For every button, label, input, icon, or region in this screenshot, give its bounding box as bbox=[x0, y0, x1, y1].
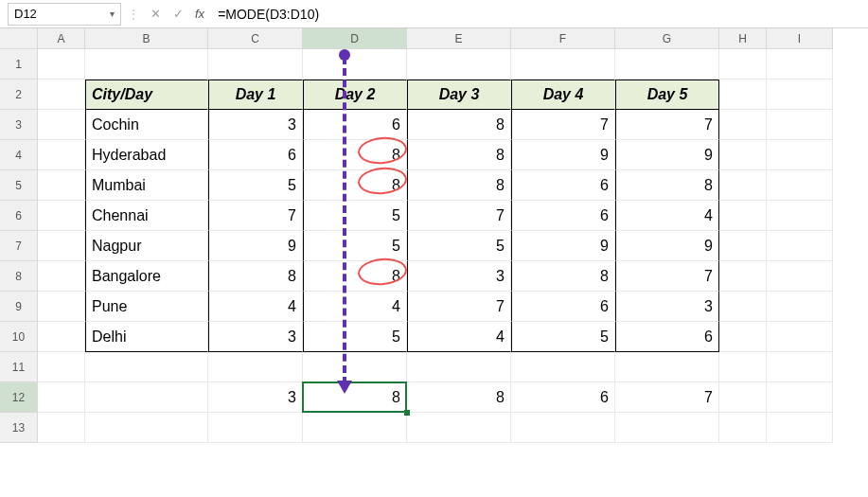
cell-A6[interactable] bbox=[38, 201, 85, 231]
cell-I5[interactable] bbox=[767, 170, 833, 201]
cell-G11[interactable] bbox=[615, 352, 719, 382]
cell-C13[interactable] bbox=[208, 413, 303, 443]
cell-H13[interactable] bbox=[719, 413, 767, 443]
cell-B5[interactable]: Mumbai bbox=[85, 170, 208, 201]
cell-F5[interactable]: 6 bbox=[511, 170, 615, 201]
cell-G5[interactable]: 8 bbox=[615, 170, 719, 201]
cell-H1[interactable] bbox=[719, 49, 767, 80]
cell-F10[interactable]: 5 bbox=[511, 322, 615, 352]
cell-A4[interactable] bbox=[38, 140, 85, 170]
cell-C3[interactable]: 3 bbox=[208, 110, 303, 140]
cell-I12[interactable] bbox=[767, 382, 833, 413]
cell-E8[interactable]: 3 bbox=[407, 261, 511, 292]
cell-C2[interactable]: Day 1 bbox=[208, 80, 303, 110]
cell-C5[interactable]: 5 bbox=[208, 170, 303, 201]
cell-C1[interactable] bbox=[208, 49, 303, 80]
cell-H10[interactable] bbox=[719, 322, 767, 352]
row-header-8[interactable]: 8 bbox=[0, 261, 38, 292]
col-header-H[interactable]: H bbox=[719, 28, 767, 49]
cell-C10[interactable]: 3 bbox=[208, 322, 303, 352]
cell-D8[interactable]: 8 bbox=[303, 261, 407, 292]
cell-H3[interactable] bbox=[719, 110, 767, 140]
cancel-icon[interactable]: ✕ bbox=[146, 5, 165, 24]
cell-I9[interactable] bbox=[767, 292, 833, 322]
cell-A3[interactable] bbox=[38, 110, 85, 140]
cell-B9[interactable]: Pune bbox=[85, 292, 208, 322]
col-header-F[interactable]: F bbox=[511, 28, 615, 49]
cell-I1[interactable] bbox=[767, 49, 833, 80]
cell-I11[interactable] bbox=[767, 352, 833, 382]
cell-E6[interactable]: 7 bbox=[407, 201, 511, 231]
cell-E7[interactable]: 5 bbox=[407, 231, 511, 261]
cell-A9[interactable] bbox=[38, 292, 85, 322]
cell-B13[interactable] bbox=[85, 413, 208, 443]
cell-E11[interactable] bbox=[407, 352, 511, 382]
cell-E4[interactable]: 8 bbox=[407, 140, 511, 170]
row-header-13[interactable]: 13 bbox=[0, 413, 38, 443]
col-header-C[interactable]: C bbox=[208, 28, 303, 49]
cell-F7[interactable]: 9 bbox=[511, 231, 615, 261]
col-header-E[interactable]: E bbox=[407, 28, 511, 49]
col-header-B[interactable]: B bbox=[85, 28, 208, 49]
row-header-10[interactable]: 10 bbox=[0, 322, 38, 352]
cell-B12[interactable] bbox=[85, 382, 208, 413]
row-header-12[interactable]: 12 bbox=[0, 382, 38, 413]
cell-I10[interactable] bbox=[767, 322, 833, 352]
cell-G2[interactable]: Day 5 bbox=[615, 80, 719, 110]
cell-E12[interactable]: 8 bbox=[407, 382, 511, 413]
cell-A8[interactable] bbox=[38, 261, 85, 292]
name-box[interactable]: D12 ▾ bbox=[8, 3, 121, 26]
cell-B8[interactable]: Bangalore bbox=[85, 261, 208, 292]
cell-D7[interactable]: 5 bbox=[303, 231, 407, 261]
cell-D10[interactable]: 5 bbox=[303, 322, 407, 352]
col-header-D[interactable]: D bbox=[303, 28, 407, 49]
row-header-11[interactable]: 11 bbox=[0, 352, 38, 382]
cell-A11[interactable] bbox=[38, 352, 85, 382]
fx-icon[interactable]: fx bbox=[191, 7, 208, 21]
cell-H8[interactable] bbox=[719, 261, 767, 292]
accept-icon[interactable]: ✓ bbox=[168, 5, 187, 24]
cell-G1[interactable] bbox=[615, 49, 719, 80]
cell-G7[interactable]: 9 bbox=[615, 231, 719, 261]
cell-G6[interactable]: 4 bbox=[615, 201, 719, 231]
chevron-down-icon[interactable]: ▾ bbox=[110, 9, 115, 19]
cell-H4[interactable] bbox=[719, 140, 767, 170]
cell-E13[interactable] bbox=[407, 413, 511, 443]
cell-C9[interactable]: 4 bbox=[208, 292, 303, 322]
cell-F2[interactable]: Day 4 bbox=[511, 80, 615, 110]
cell-G8[interactable]: 7 bbox=[615, 261, 719, 292]
select-all-corner[interactable] bbox=[0, 28, 38, 49]
cell-F3[interactable]: 7 bbox=[511, 110, 615, 140]
cell-F11[interactable] bbox=[511, 352, 615, 382]
cell-E9[interactable]: 7 bbox=[407, 292, 511, 322]
cell-B7[interactable]: Nagpur bbox=[85, 231, 208, 261]
cell-A13[interactable] bbox=[38, 413, 85, 443]
cell-H2[interactable] bbox=[719, 80, 767, 110]
cell-C12[interactable]: 3 bbox=[208, 382, 303, 413]
cell-F6[interactable]: 6 bbox=[511, 201, 615, 231]
cell-E2[interactable]: Day 3 bbox=[407, 80, 511, 110]
cell-D5[interactable]: 8 bbox=[303, 170, 407, 201]
cell-G12[interactable]: 7 bbox=[615, 382, 719, 413]
cell-D6[interactable]: 5 bbox=[303, 201, 407, 231]
row-header-1[interactable]: 1 bbox=[0, 49, 38, 80]
cell-D1[interactable] bbox=[303, 49, 407, 80]
cell-A5[interactable] bbox=[38, 170, 85, 201]
cell-B3[interactable]: Cochin bbox=[85, 110, 208, 140]
cell-E10[interactable]: 4 bbox=[407, 322, 511, 352]
cell-I3[interactable] bbox=[767, 110, 833, 140]
cell-F13[interactable] bbox=[511, 413, 615, 443]
row-header-5[interactable]: 5 bbox=[0, 170, 38, 201]
cell-B4[interactable]: Hyderabad bbox=[85, 140, 208, 170]
cell-F9[interactable]: 6 bbox=[511, 292, 615, 322]
col-header-G[interactable]: G bbox=[615, 28, 719, 49]
cell-G10[interactable]: 6 bbox=[615, 322, 719, 352]
cell-E1[interactable] bbox=[407, 49, 511, 80]
cell-H7[interactable] bbox=[719, 231, 767, 261]
cell-A7[interactable] bbox=[38, 231, 85, 261]
cell-C8[interactable]: 8 bbox=[208, 261, 303, 292]
cell-B11[interactable] bbox=[85, 352, 208, 382]
cell-C7[interactable]: 9 bbox=[208, 231, 303, 261]
cell-F12[interactable]: 6 bbox=[511, 382, 615, 413]
row-header-9[interactable]: 9 bbox=[0, 292, 38, 322]
